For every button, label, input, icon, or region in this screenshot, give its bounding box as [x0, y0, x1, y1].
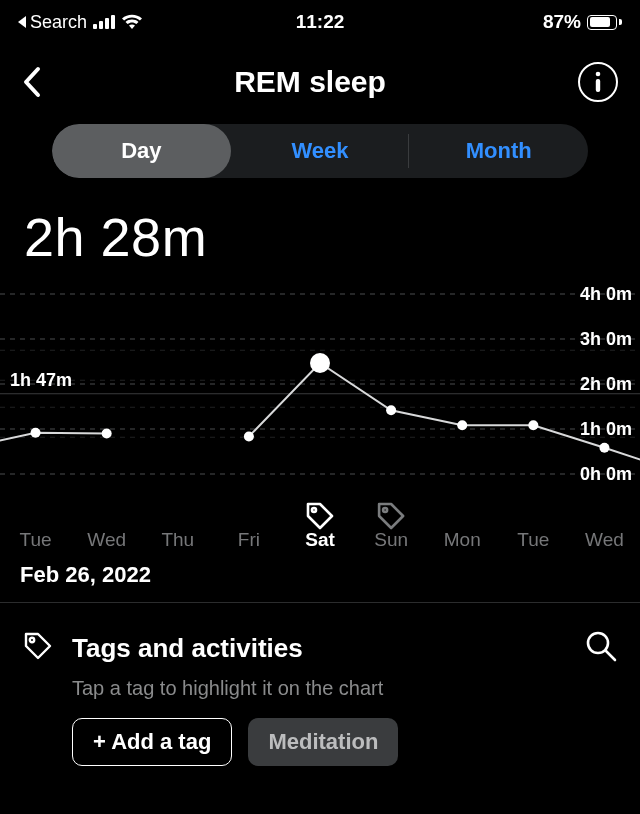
- svg-point-18: [31, 428, 41, 438]
- svg-line-39: [606, 651, 615, 660]
- tags-title: Tags and activities: [72, 633, 566, 664]
- tags-section: Tags and activities Tap a tag to highlig…: [0, 603, 640, 786]
- search-icon: [584, 629, 618, 663]
- tag-chip-row: + Add a tag Meditation: [22, 718, 618, 766]
- svg-rect-1: [596, 79, 600, 92]
- add-tag-button[interactable]: + Add a tag: [72, 718, 232, 766]
- svg-text:0h 0m: 0h 0m: [580, 464, 632, 484]
- svg-text:4h 0m: 4h 0m: [580, 284, 632, 304]
- info-button[interactable]: [578, 62, 618, 102]
- tags-subtitle: Tap a tag to highlight it on the chart: [22, 667, 618, 718]
- segment-day[interactable]: Day: [52, 124, 231, 178]
- wifi-icon: [121, 14, 143, 30]
- svg-text:Mon: Mon: [444, 529, 481, 550]
- tag-icon: [22, 630, 54, 666]
- time-range-segmented: Day Week Month: [52, 124, 588, 178]
- tags-header: Tags and activities: [22, 629, 618, 667]
- svg-point-19: [102, 429, 112, 439]
- segment-day-label: Day: [121, 138, 161, 164]
- svg-point-25: [599, 443, 609, 453]
- svg-point-20: [244, 432, 254, 442]
- svg-text:Tue: Tue: [517, 529, 549, 550]
- status-left: Search: [18, 12, 143, 33]
- svg-point-0: [596, 72, 601, 77]
- cellular-signal-icon: [93, 15, 115, 29]
- svg-text:Sun: Sun: [374, 529, 408, 550]
- nav-header: REM sleep: [0, 44, 640, 112]
- page-title: REM sleep: [42, 65, 578, 99]
- search-tags-button[interactable]: [584, 629, 618, 667]
- battery-icon: [587, 15, 622, 30]
- segment-month-label: Month: [466, 138, 532, 164]
- svg-point-38: [588, 633, 608, 653]
- svg-text:Fri: Fri: [238, 529, 260, 550]
- tag-chip-meditation[interactable]: Meditation: [248, 718, 398, 766]
- svg-text:Thu: Thu: [161, 529, 194, 550]
- svg-text:2h 0m: 2h 0m: [580, 374, 632, 394]
- segment-month[interactable]: Month: [409, 124, 588, 178]
- svg-point-22: [386, 405, 396, 415]
- tag-chip-meditation-label: Meditation: [268, 729, 378, 755]
- summary-value: 2h 28m: [0, 178, 640, 274]
- chart-svg: 0h 0m1h 0m2h 0m3h 0m4h 0m1h 47m TueWedTh…: [0, 274, 640, 552]
- rem-sleep-chart[interactable]: 0h 0m1h 0m2h 0m3h 0m4h 0m1h 47m TueWedTh…: [0, 274, 640, 552]
- svg-point-37: [30, 638, 34, 642]
- return-to-app[interactable]: Search: [18, 12, 87, 33]
- svg-text:1h 47m: 1h 47m: [10, 370, 72, 390]
- svg-point-27: [383, 508, 387, 512]
- segment-week[interactable]: Week: [231, 124, 410, 178]
- status-bar: Search 11:22 87%: [0, 0, 640, 44]
- back-button[interactable]: [22, 65, 42, 99]
- svg-point-23: [457, 420, 467, 430]
- svg-text:Wed: Wed: [585, 529, 624, 550]
- svg-point-24: [528, 420, 538, 430]
- return-to-app-label: Search: [30, 12, 87, 33]
- svg-text:Tue: Tue: [20, 529, 52, 550]
- svg-text:3h 0m: 3h 0m: [580, 329, 632, 349]
- info-icon: [592, 70, 604, 94]
- selected-date: Feb 26, 2022: [0, 552, 640, 603]
- svg-text:Sat: Sat: [305, 529, 335, 550]
- svg-text:1h 0m: 1h 0m: [580, 419, 632, 439]
- svg-text:Wed: Wed: [87, 529, 126, 550]
- battery-percent-label: 87%: [543, 11, 581, 33]
- svg-point-21: [310, 353, 330, 373]
- segment-week-label: Week: [291, 138, 348, 164]
- battery-fill: [590, 17, 611, 27]
- back-triangle-icon: [18, 16, 26, 28]
- add-tag-label: + Add a tag: [93, 729, 211, 755]
- svg-point-26: [312, 508, 316, 512]
- status-right: 87%: [543, 11, 622, 33]
